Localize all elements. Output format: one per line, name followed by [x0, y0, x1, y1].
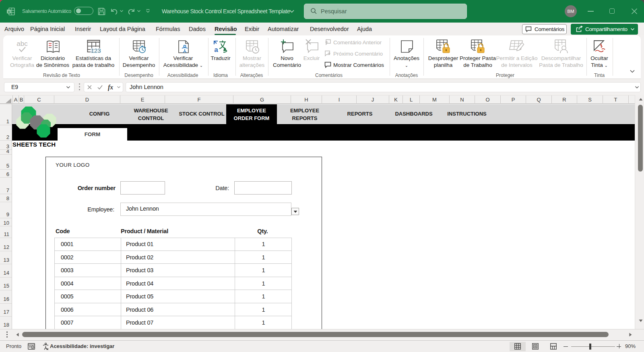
svg-text:x: x	[8, 10, 10, 14]
svg-text:a: a	[214, 46, 218, 54]
svg-text:abc: abc	[17, 40, 28, 48]
svg-text:123: 123	[91, 47, 101, 54]
